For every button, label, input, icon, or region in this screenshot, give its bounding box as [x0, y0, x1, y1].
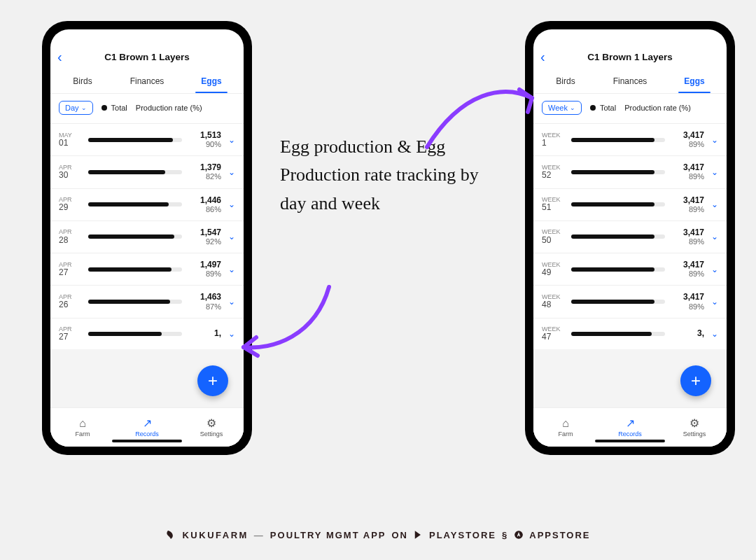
tab-birds[interactable]: Birds	[50, 71, 115, 93]
annotation-text: Egg production & Egg Production rate tra…	[280, 133, 490, 218]
period-filter-dropdown[interactable]: Week ⌄	[542, 101, 582, 115]
production-bar-fill	[88, 170, 165, 174]
chevron-down-icon[interactable]: ⌄	[228, 329, 235, 339]
list-row[interactable]: APR301,37982%⌄	[50, 155, 244, 188]
list-row[interactable]: WEEK13,41789%⌄	[533, 123, 727, 155]
nav-settings[interactable]: ⚙ Settings	[179, 408, 244, 447]
row-values: 1,44686%	[189, 196, 221, 214]
chevron-down-icon[interactable]: ⌄	[711, 135, 718, 145]
production-bar	[571, 234, 665, 239]
chevron-down-icon[interactable]: ⌄	[711, 265, 718, 274]
row-values: 1,49789%	[189, 260, 221, 278]
list-row[interactable]: WEEK513,41789%⌄	[533, 188, 727, 220]
list-row[interactable]: WEEK493,41789%⌄	[533, 253, 727, 285]
production-bar	[88, 138, 182, 142]
row-period: WEEK49	[542, 261, 564, 278]
period-filter-label: Day	[65, 104, 79, 112]
production-bar	[571, 202, 665, 206]
plus-icon: +	[691, 371, 701, 391]
page-title: C1 Brown 1 Layers	[540, 52, 720, 62]
row-values: 1,	[189, 329, 221, 338]
production-bar	[571, 300, 665, 304]
chevron-down-icon[interactable]: ⌄	[228, 265, 235, 274]
production-bar	[88, 300, 182, 304]
records-icon: ↗	[626, 418, 635, 429]
row-values: 3,41789%	[672, 163, 704, 181]
production-bar-fill	[571, 234, 654, 239]
list-row[interactable]: WEEK503,41789%⌄	[533, 220, 727, 253]
add-record-fab[interactable]: +	[197, 365, 228, 396]
nav-farm[interactable]: ⌂ Farm	[50, 408, 115, 447]
appstore-icon	[514, 530, 524, 540]
chevron-down-icon[interactable]: ⌄	[228, 232, 235, 241]
legend-dot-icon	[102, 105, 107, 111]
tab-eggs[interactable]: Eggs	[179, 71, 244, 93]
row-period: APR30	[59, 164, 81, 181]
add-record-fab[interactable]: +	[680, 365, 711, 396]
list-row[interactable]: MAY011,51390%⌄	[50, 123, 244, 155]
footer-tagline: POULTRY MGMT APP	[270, 530, 386, 540]
farm-icon: ⌂	[562, 418, 569, 429]
chevron-down-icon[interactable]: ⌄	[711, 232, 718, 241]
footer-playstore[interactable]: PLAYSTORE	[429, 530, 496, 540]
settings-icon: ⚙	[690, 418, 699, 429]
production-bar-fill	[571, 170, 654, 174]
tab-finances[interactable]: Finances	[115, 71, 179, 93]
row-values: 1,51390%	[189, 131, 221, 148]
row-period: APR27	[59, 261, 81, 278]
period-filter-dropdown[interactable]: Day ⌄	[59, 101, 93, 115]
kukufarm-logo-icon	[165, 529, 176, 540]
row-values: 1,46387%	[189, 293, 221, 310]
egg-production-list[interactable]: WEEK13,41789%⌄WEEK523,41789%⌄WEEK513,417…	[533, 123, 727, 447]
list-row[interactable]: WEEK473,⌄	[533, 318, 727, 349]
row-values: 3,41789%	[672, 196, 704, 214]
list-row[interactable]: WEEK523,41789%⌄	[533, 155, 727, 188]
row-period: WEEK51	[542, 196, 564, 213]
chevron-down-icon[interactable]: ⌄	[228, 167, 235, 177]
chevron-down-icon[interactable]: ⌄	[228, 297, 235, 307]
list-row[interactable]: APR261,46387%⌄	[50, 285, 244, 317]
egg-production-list[interactable]: MAY011,51390%⌄APR301,37982%⌄APR291,44686…	[50, 123, 244, 447]
footer-separator: —	[254, 530, 265, 540]
row-values: 3,41789%	[672, 293, 704, 310]
production-bar-fill	[571, 267, 654, 272]
row-period: WEEK1	[542, 132, 564, 148]
chevron-down-icon[interactable]: ⌄	[711, 167, 718, 177]
tab-finances[interactable]: Finances	[598, 71, 662, 93]
footer-appstore[interactable]: APPSTORE	[529, 530, 590, 540]
chevron-down-icon[interactable]: ⌄	[711, 200, 718, 209]
row-period: APR29	[59, 196, 81, 213]
list-row[interactable]: APR281,54792%⌄	[50, 220, 244, 253]
chevron-down-icon[interactable]: ⌄	[711, 329, 718, 339]
list-row[interactable]: APR271,49789%⌄	[50, 253, 244, 285]
production-bar-fill	[88, 202, 169, 206]
chevron-down-icon[interactable]: ⌄	[711, 297, 718, 307]
legend-rate: Production rate (%)	[624, 104, 691, 112]
row-period: APR28	[59, 228, 81, 245]
list-row[interactable]: WEEK483,41789%⌄	[533, 285, 727, 317]
list-row[interactable]: APR291,44686%⌄	[50, 188, 244, 220]
status-bar	[533, 29, 727, 45]
production-bar	[88, 170, 182, 174]
tab-eggs[interactable]: Eggs	[662, 71, 727, 93]
nav-farm[interactable]: ⌂ Farm	[533, 408, 598, 447]
playstore-icon	[414, 530, 424, 540]
footer-on: ON	[391, 530, 408, 540]
production-bar-fill	[571, 138, 654, 142]
marketing-footer: KUKUFARM — POULTRY MGMT APP ON PLAYSTORE…	[0, 529, 756, 540]
chevron-down-icon[interactable]: ⌄	[228, 135, 235, 145]
row-values: 3,41789%	[672, 131, 704, 148]
tab-birds[interactable]: Birds	[533, 71, 598, 93]
list-row[interactable]: APR271,⌄	[50, 318, 244, 349]
production-bar-fill	[88, 332, 162, 336]
production-bar	[88, 202, 182, 206]
legend-dot-icon	[590, 105, 596, 111]
nav-settings[interactable]: ⚙ Settings	[662, 408, 727, 447]
row-period: WEEK48	[542, 293, 564, 310]
production-bar-fill	[571, 332, 652, 336]
chevron-down-icon[interactable]: ⌄	[228, 200, 235, 209]
production-bar	[571, 138, 665, 142]
page-title: C1 Brown 1 Layers	[57, 52, 237, 62]
production-bar	[88, 267, 182, 272]
chevron-down-icon: ⌄	[570, 104, 575, 111]
